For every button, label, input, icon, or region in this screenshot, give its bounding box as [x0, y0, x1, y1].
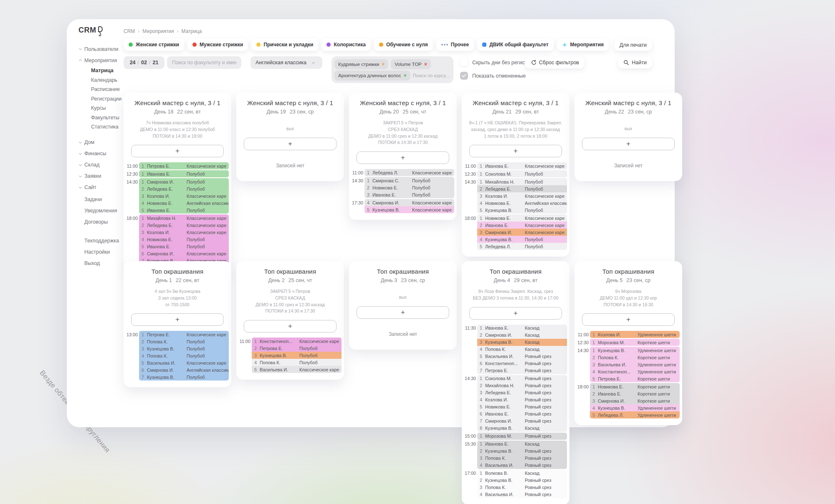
registration-entry[interactable]: 4Васильева И.Ровный срез [477, 491, 567, 498]
reset-filters-button[interactable]: Сброс фильтров [525, 57, 584, 68]
category-chip[interactable]: Колористика [321, 38, 370, 51]
breadcrumb-item[interactable]: Мероприятия [142, 28, 174, 34]
registration-entry[interactable]: 5Новикова Е.Ровный срез [477, 403, 567, 411]
course-search-input[interactable] [413, 73, 455, 78]
registration-entry[interactable]: 1Новикова Е.Короткое шегги [590, 383, 680, 390]
registration-entry[interactable]: 2Попова К.Короткое шегги [590, 354, 680, 361]
add-registration-button[interactable]: + [469, 307, 562, 320]
category-chip[interactable]: Мероприятия [557, 38, 609, 51]
registration-entry[interactable]: 5Лебедева Л.Удлиненное шегги [590, 411, 680, 418]
registration-entry[interactable]: 5Васильева И.Классическое каре [252, 366, 342, 373]
remove-tag-icon[interactable]: × [382, 61, 385, 67]
registration-entry[interactable]: 1Смирнова И.Полубоб [139, 178, 229, 185]
registration-entry[interactable]: 1Морозова М.Короткое шегги [590, 339, 680, 346]
registration-entry[interactable]: 3Смирнова И.Классическое каре [477, 229, 567, 236]
registration-entry[interactable]: 5Иванова Е.Полубоб [139, 207, 229, 214]
registration-entry[interactable]: 4Кузнецова В.Удлиненное шегги [590, 404, 680, 411]
registration-entry[interactable]: 1Кузнецова В.Удлиненное шегги [590, 347, 680, 354]
registration-entry[interactable]: 1Смирнова С.Полубоб [364, 177, 454, 184]
registration-entry[interactable]: 4Васильева И.Ровный срез [477, 462, 567, 469]
registration-entry[interactable]: 1Иванова Е.Каскад [477, 441, 567, 448]
registration-entry[interactable]: 1Иванова Е.Классическое каре [477, 162, 567, 169]
registration-entry[interactable]: 1Иванова Е.Полубоб [139, 170, 229, 177]
remove-tag-icon[interactable]: × [404, 73, 407, 78]
category-chip[interactable]: Прически и укладки [251, 38, 318, 51]
registration-entry[interactable]: 4Новикова Е.Полубоб [139, 236, 229, 243]
registration-entry[interactable]: 3Козлова И.Классическое каре [139, 229, 229, 236]
registration-entry[interactable]: 2Петрова Е.Полубоб [252, 345, 342, 352]
category-chip[interactable]: Мужские стрижки [187, 38, 248, 51]
registration-entry[interactable]: 2Кузнецова В.Ровный срез [477, 477, 567, 484]
registration-entry[interactable]: 3Иванова Е.Полубоб [364, 191, 454, 198]
registration-entry[interactable]: 1Козлова И.Удлиненное шегги [590, 331, 680, 338]
breadcrumb-item[interactable]: Матрица [182, 28, 202, 34]
registration-entry[interactable]: 3Козлова И.Классическое каре [139, 192, 229, 199]
registration-entry[interactable]: 5Кузнецова В.Полубоб [477, 207, 567, 214]
registration-entry[interactable]: 1Лебедева Л.Классическое каре [364, 169, 454, 176]
registration-entry[interactable]: 2Иванова Е.Короткое шегги [590, 390, 680, 397]
registration-entry[interactable]: 1Михайлова Н.Классическое каре [139, 214, 229, 222]
registration-entry[interactable]: 3Попова К.Ровный срез [477, 455, 567, 462]
registration-entry[interactable]: 8Кузнецова В.Каскад [477, 425, 567, 432]
registration-entry[interactable]: 1Петрова Е.Классическое каре [139, 331, 229, 338]
registration-entry[interactable]: 6Смирнова И.Английская классика [139, 366, 229, 373]
show-cancelled-checkbox[interactable]: Показать отмененные [460, 72, 526, 80]
registration-entry[interactable]: 4Новикова Е.Английская классика [139, 199, 229, 207]
add-registration-button[interactable]: + [244, 320, 337, 333]
course-tag[interactable]: Архитектура длинных волос× [334, 71, 410, 81]
registration-entry[interactable]: 5Кузнецова В.Классическое каре [364, 206, 454, 213]
course-tag[interactable]: Кудрявые стрижки× [334, 59, 388, 69]
add-registration-button[interactable]: + [582, 313, 675, 326]
registration-entry[interactable]: 4Новикова Е.Английская классика [477, 199, 567, 207]
registration-entry[interactable]: 4Константиноп...Удлиненное шегги [590, 368, 680, 375]
registration-entry[interactable]: 3Попова К.Ровный срез [477, 484, 567, 491]
registration-entry[interactable]: 3Козлова И.Классическое каре [477, 192, 567, 199]
registration-entry[interactable]: 3Кузнецова В.Полубоб [252, 352, 342, 359]
add-registration-button[interactable]: + [357, 151, 449, 164]
registration-entry[interactable]: 6Константиноп...Ровный срез [477, 360, 567, 367]
course-select[interactable]: Английская классика [250, 56, 322, 69]
registration-entry[interactable]: 2Попова К.Полубоб [139, 338, 229, 345]
registration-entry[interactable]: 4Попова К.Полубоб [252, 359, 342, 366]
registration-entry[interactable]: 1Соколова М.Полубоб [477, 170, 567, 177]
registration-entry[interactable]: 1Иванова Е.Каскад [477, 325, 567, 332]
category-chip[interactable]: Прочее [436, 38, 474, 51]
checkbox-checked-icon[interactable] [460, 72, 468, 80]
add-registration-button[interactable]: + [469, 145, 562, 157]
registration-entry[interactable]: 7Смирнова И.Ровный срез [477, 418, 567, 425]
category-chip[interactable]: Обучение с нуля [374, 38, 433, 51]
registration-entry[interactable]: 1Михайлова Н.Полубоб [477, 178, 567, 185]
registration-entry[interactable]: 3Смирнова И.Короткое шегги [590, 397, 680, 404]
category-chip[interactable]: ДВИК общий факультет [477, 38, 553, 51]
registration-entry[interactable]: 4Попова К.Полубоб [139, 352, 229, 359]
registration-entry[interactable]: 4Кузнецова В.Полубоб [477, 236, 567, 243]
add-registration-button[interactable]: + [131, 313, 224, 326]
breadcrumb-item[interactable]: CRM [124, 28, 135, 34]
registration-entry[interactable]: 1Петрова Е.Классическое каре [139, 162, 229, 169]
course-tag[interactable]: Volume TOP× [391, 59, 431, 69]
add-registration-button[interactable]: + [244, 138, 337, 150]
registration-entry[interactable]: 2Михайлова Н.Ровный срез [477, 382, 567, 389]
find-button[interactable]: Найти [618, 57, 652, 68]
registration-entry[interactable]: 5Иванова Е.Полубоб [139, 243, 229, 250]
registration-entry[interactable]: 6Иванова Е.Ровный срез [477, 411, 567, 418]
registration-entry[interactable]: 7Кузнецова В.Полубоб [139, 373, 229, 381]
category-chip[interactable]: Женские стрижки [124, 38, 184, 51]
registration-entry[interactable]: 4Смирнова И.Классическое каре [364, 199, 454, 206]
registration-entry[interactable]: 2Новикова Е.Полубоб [364, 184, 454, 191]
print-button[interactable]: Для печати [614, 39, 652, 51]
registration-entry[interactable]: 2Иванова Е.Классическое каре [477, 222, 567, 229]
checkbox-unchecked-icon[interactable] [460, 58, 468, 66]
registration-entry[interactable]: 2Кузнецова В.Ровный срез [477, 448, 567, 455]
registration-entry[interactable]: 1Новикова Е.Классическое каре [477, 214, 567, 222]
add-registration-button[interactable]: + [131, 145, 224, 157]
registration-entry[interactable]: 1Константиноп...Классическое каре [252, 338, 342, 345]
registration-entry[interactable]: 3Кузнецова В.Каскад [477, 339, 567, 346]
registration-entry[interactable]: 5Васильева И.Классическое каре [139, 359, 229, 366]
registration-entry[interactable]: 4Козлова И.Ровный срез [477, 396, 567, 403]
registration-entry[interactable]: 5Васильева И.Ровный срез [477, 353, 567, 360]
sidebar-item-календарь[interactable]: Календарь [78, 76, 136, 85]
registration-entry[interactable]: 7Петрова Е.Ровный срез [477, 367, 567, 374]
registration-entry[interactable]: 3Лебедева Е.Ровный срез [477, 389, 567, 396]
registration-entry[interactable]: 3Кузнецова В.Полубоб [139, 345, 229, 352]
